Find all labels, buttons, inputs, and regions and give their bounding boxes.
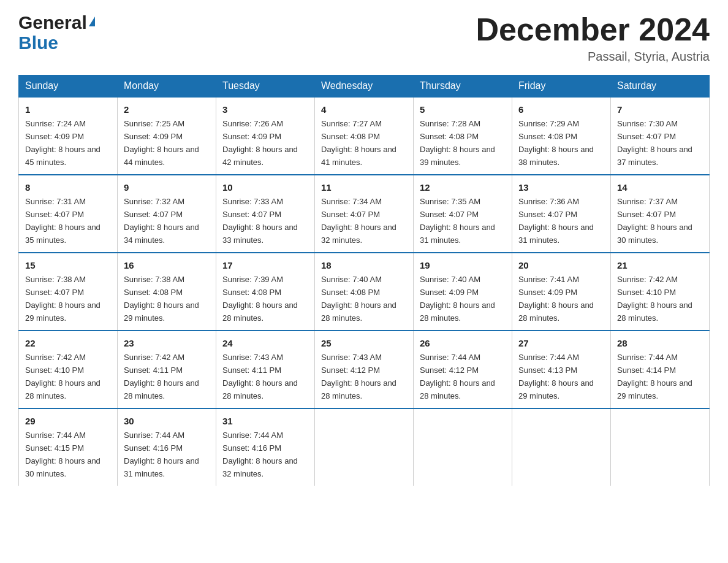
- calendar-cell-0-4: 5Sunrise: 7:28 AMSunset: 4:08 PMDaylight…: [414, 97, 512, 175]
- sunrise-text: Sunrise: 7:36 AMSunset: 4:07 PMDaylight:…: [518, 197, 594, 245]
- day-number: 9: [124, 180, 210, 194]
- day-number: 12: [420, 180, 506, 194]
- day-number: 7: [617, 102, 703, 117]
- day-number: 17: [222, 258, 308, 272]
- week-row-4: 22Sunrise: 7:42 AMSunset: 4:10 PMDayligh…: [19, 331, 710, 408]
- day-number: 22: [25, 336, 111, 350]
- calendar-cell-3-2: 24Sunrise: 7:43 AMSunset: 4:11 PMDayligh…: [216, 331, 315, 408]
- calendar-cell-1-4: 12Sunrise: 7:35 AMSunset: 4:07 PMDayligh…: [414, 175, 512, 253]
- sunrise-text: Sunrise: 7:38 AMSunset: 4:08 PMDaylight:…: [124, 275, 199, 323]
- day-number: 24: [222, 336, 308, 350]
- calendar-cell-0-2: 3Sunrise: 7:26 AMSunset: 4:09 PMDaylight…: [216, 97, 315, 175]
- sunrise-text: Sunrise: 7:27 AMSunset: 4:08 PMDaylight:…: [321, 119, 396, 167]
- day-number: 25: [321, 336, 407, 350]
- week-row-5: 29Sunrise: 7:44 AMSunset: 4:15 PMDayligh…: [19, 408, 710, 486]
- page-header: General Blue December 2024 Passail, Styr…: [18, 12, 710, 64]
- calendar-cell-3-4: 26Sunrise: 7:44 AMSunset: 4:12 PMDayligh…: [414, 331, 512, 408]
- week-row-3: 15Sunrise: 7:38 AMSunset: 4:07 PMDayligh…: [19, 253, 710, 331]
- day-number: 8: [25, 180, 111, 194]
- day-number: 13: [518, 180, 604, 194]
- day-number: 6: [518, 102, 604, 117]
- day-number: 15: [25, 258, 111, 272]
- sunrise-text: Sunrise: 7:42 AMSunset: 4:10 PMDaylight:…: [617, 275, 692, 323]
- sunrise-text: Sunrise: 7:44 AMSunset: 4:16 PMDaylight:…: [124, 431, 199, 478]
- sunrise-text: Sunrise: 7:38 AMSunset: 4:07 PMDaylight:…: [25, 275, 100, 323]
- sunrise-text: Sunrise: 7:26 AMSunset: 4:09 PMDaylight:…: [222, 119, 298, 167]
- calendar-cell-0-0: 1Sunrise: 7:24 AMSunset: 4:09 PMDaylight…: [19, 97, 118, 175]
- sunrise-text: Sunrise: 7:29 AMSunset: 4:08 PMDaylight:…: [518, 119, 594, 167]
- calendar-cell-2-6: 21Sunrise: 7:42 AMSunset: 4:10 PMDayligh…: [611, 253, 710, 331]
- calendar-table: Sunday Monday Tuesday Wednesday Thursday…: [18, 75, 710, 486]
- sunrise-text: Sunrise: 7:33 AMSunset: 4:07 PMDaylight:…: [222, 197, 298, 245]
- calendar-cell-2-3: 18Sunrise: 7:40 AMSunset: 4:08 PMDayligh…: [315, 253, 414, 331]
- day-number: 4: [321, 102, 407, 117]
- sunrise-text: Sunrise: 7:35 AMSunset: 4:07 PMDaylight:…: [420, 197, 495, 245]
- day-number: 21: [617, 258, 703, 272]
- sunrise-text: Sunrise: 7:25 AMSunset: 4:09 PMDaylight:…: [124, 119, 199, 167]
- month-title: December 2024: [476, 12, 710, 47]
- calendar-cell-3-1: 23Sunrise: 7:42 AMSunset: 4:11 PMDayligh…: [118, 331, 216, 408]
- day-number: 1: [25, 102, 111, 117]
- sunrise-text: Sunrise: 7:28 AMSunset: 4:08 PMDaylight:…: [420, 119, 495, 167]
- week-row-1: 1Sunrise: 7:24 AMSunset: 4:09 PMDaylight…: [19, 97, 710, 175]
- calendar-cell-4-4: [414, 408, 512, 486]
- calendar-cell-1-2: 10Sunrise: 7:33 AMSunset: 4:07 PMDayligh…: [216, 175, 315, 253]
- calendar-cell-4-3: [315, 408, 414, 486]
- calendar-cell-0-6: 7Sunrise: 7:30 AMSunset: 4:07 PMDaylight…: [611, 97, 710, 175]
- day-number: 31: [222, 414, 308, 428]
- logo-general-text: General: [18, 12, 87, 33]
- col-tuesday: Tuesday: [216, 75, 315, 98]
- sunrise-text: Sunrise: 7:43 AMSunset: 4:12 PMDaylight:…: [321, 353, 396, 400]
- calendar-cell-0-1: 2Sunrise: 7:25 AMSunset: 4:09 PMDaylight…: [118, 97, 216, 175]
- day-number: 27: [518, 336, 604, 350]
- sunrise-text: Sunrise: 7:43 AMSunset: 4:11 PMDaylight:…: [222, 353, 298, 400]
- sunrise-text: Sunrise: 7:39 AMSunset: 4:08 PMDaylight:…: [222, 275, 298, 323]
- calendar-cell-2-2: 17Sunrise: 7:39 AMSunset: 4:08 PMDayligh…: [216, 253, 315, 331]
- title-block: December 2024 Passail, Styria, Austria: [476, 12, 710, 64]
- day-number: 23: [124, 336, 210, 350]
- calendar-cell-2-0: 15Sunrise: 7:38 AMSunset: 4:07 PMDayligh…: [19, 253, 118, 331]
- day-number: 19: [420, 258, 506, 272]
- calendar-cell-0-5: 6Sunrise: 7:29 AMSunset: 4:08 PMDaylight…: [512, 97, 611, 175]
- calendar-cell-1-3: 11Sunrise: 7:34 AMSunset: 4:07 PMDayligh…: [315, 175, 414, 253]
- sunrise-text: Sunrise: 7:44 AMSunset: 4:12 PMDaylight:…: [420, 353, 495, 400]
- sunrise-text: Sunrise: 7:30 AMSunset: 4:07 PMDaylight:…: [617, 119, 692, 167]
- logo-blue-text: Blue: [18, 33, 58, 53]
- sunrise-text: Sunrise: 7:32 AMSunset: 4:07 PMDaylight:…: [124, 197, 199, 245]
- calendar-cell-3-6: 28Sunrise: 7:44 AMSunset: 4:14 PMDayligh…: [611, 331, 710, 408]
- day-number: 14: [617, 180, 703, 194]
- day-number: 16: [124, 258, 210, 272]
- sunrise-text: Sunrise: 7:44 AMSunset: 4:13 PMDaylight:…: [518, 353, 594, 400]
- week-row-2: 8Sunrise: 7:31 AMSunset: 4:07 PMDaylight…: [19, 175, 710, 253]
- calendar-cell-4-5: [512, 408, 611, 486]
- sunrise-text: Sunrise: 7:42 AMSunset: 4:10 PMDaylight:…: [25, 353, 100, 400]
- calendar-cell-1-5: 13Sunrise: 7:36 AMSunset: 4:07 PMDayligh…: [512, 175, 611, 253]
- day-number: 28: [617, 336, 703, 350]
- logo: General Blue: [18, 12, 95, 53]
- calendar-cell-4-0: 29Sunrise: 7:44 AMSunset: 4:15 PMDayligh…: [19, 408, 118, 486]
- calendar-cell-4-6: [611, 408, 710, 486]
- day-number: 26: [420, 336, 506, 350]
- day-number: 30: [124, 414, 210, 428]
- day-number: 2: [124, 102, 210, 117]
- sunrise-text: Sunrise: 7:31 AMSunset: 4:07 PMDaylight:…: [25, 197, 100, 245]
- col-thursday: Thursday: [414, 75, 512, 98]
- location-text: Passail, Styria, Austria: [476, 50, 710, 64]
- sunrise-text: Sunrise: 7:40 AMSunset: 4:08 PMDaylight:…: [321, 275, 396, 323]
- col-monday: Monday: [118, 75, 216, 98]
- calendar-cell-1-0: 8Sunrise: 7:31 AMSunset: 4:07 PMDaylight…: [19, 175, 118, 253]
- calendar-cell-4-1: 30Sunrise: 7:44 AMSunset: 4:16 PMDayligh…: [118, 408, 216, 486]
- col-friday: Friday: [512, 75, 611, 98]
- day-number: 20: [518, 258, 604, 272]
- day-number: 10: [222, 180, 308, 194]
- col-saturday: Saturday: [611, 75, 710, 98]
- calendar-cell-4-2: 31Sunrise: 7:44 AMSunset: 4:16 PMDayligh…: [216, 408, 315, 486]
- sunrise-text: Sunrise: 7:44 AMSunset: 4:15 PMDaylight:…: [25, 431, 100, 478]
- col-sunday: Sunday: [19, 75, 118, 98]
- day-number: 11: [321, 180, 407, 194]
- sunrise-text: Sunrise: 7:37 AMSunset: 4:07 PMDaylight:…: [617, 197, 692, 245]
- calendar-cell-1-1: 9Sunrise: 7:32 AMSunset: 4:07 PMDaylight…: [118, 175, 216, 253]
- calendar-cell-3-0: 22Sunrise: 7:42 AMSunset: 4:10 PMDayligh…: [19, 331, 118, 408]
- sunrise-text: Sunrise: 7:40 AMSunset: 4:09 PMDaylight:…: [420, 275, 495, 323]
- calendar-cell-1-6: 14Sunrise: 7:37 AMSunset: 4:07 PMDayligh…: [611, 175, 710, 253]
